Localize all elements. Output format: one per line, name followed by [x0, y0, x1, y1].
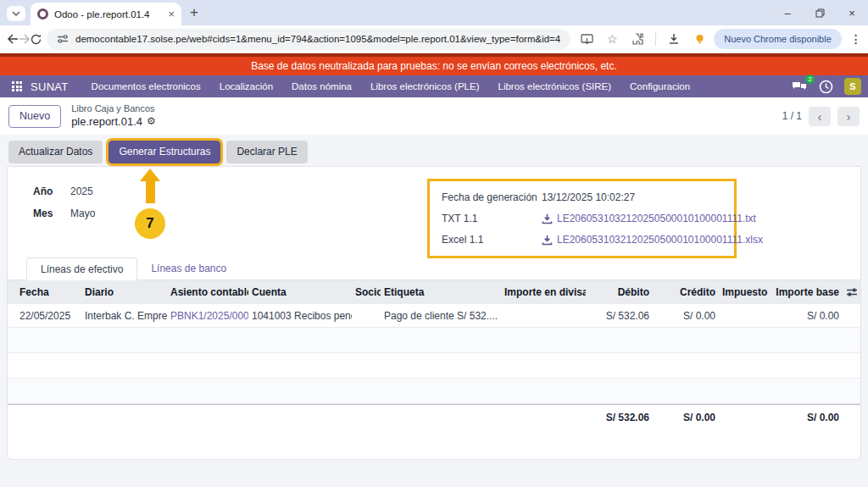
annotation-arrow-icon: [140, 169, 160, 181]
menu-libros-sire[interactable]: Libros electrónicos (SIRE): [490, 75, 619, 97]
table-row[interactable]: 22/05/2025 Interbak C. Empresa PBNK1/202…: [8, 304, 860, 328]
tab-lineas-de-efectivo[interactable]: Líneas de efectivo: [26, 257, 137, 280]
browser-tab[interactable]: Odoo - ple.report.01.4 ×: [31, 3, 181, 25]
cell-credito[interactable]: S/ 0.00: [653, 310, 719, 322]
header-diario[interactable]: Diario: [81, 286, 167, 298]
chevron-left-icon: ‹: [818, 109, 822, 124]
menu-libros-ple[interactable]: Libros electrónicos (PLE): [363, 75, 487, 97]
reload-button[interactable]: [31, 28, 42, 50]
excel-download-link[interactable]: LE2060531032120250500010100001111.xlsx: [542, 234, 763, 246]
txt-file-field: TXT 1.1 LE206053103212025050001010000111…: [442, 213, 722, 224]
back-button[interactable]: [7, 28, 19, 50]
total-credito: S/ 0.00: [653, 412, 719, 423]
toolbar-right-icons: ☆ Nuevo Chrome disponible ⋮: [576, 28, 867, 50]
cell-cuenta[interactable]: 1041003 Recibos pendi…: [248, 310, 352, 322]
generation-panel: Fecha de generación 13/12/2025 10:02:27 …: [427, 179, 737, 258]
declarar-ple-button[interactable]: Declarar PLE: [226, 141, 307, 163]
minimize-button[interactable]: –: [771, 0, 804, 25]
tab-lineas-de-banco[interactable]: Líneas de banco: [137, 257, 240, 279]
header-fecha[interactable]: Fecha: [8, 286, 81, 298]
messages-button[interactable]: 2: [792, 78, 810, 95]
browser-toolbar: democontable17.solse.pe/web#cids=1&menu_…: [0, 25, 868, 53]
cell-importe-base[interactable]: S/ 0.00: [772, 310, 843, 322]
chevron-down-icon: [12, 11, 20, 16]
puzzle-icon: [632, 33, 643, 45]
tab-title: Odoo - ple.report.01.4: [54, 9, 162, 19]
odoo-navbar: SUNAT Documentos electronicos Localizaci…: [0, 75, 868, 97]
url-text: democontable17.solse.pe/web#cids=1&menu_…: [75, 34, 560, 44]
browser-menu-icon[interactable]: ⋮: [845, 32, 867, 46]
restore-icon: [815, 8, 825, 18]
menu-configuracion[interactable]: Configuracion: [622, 75, 698, 97]
user-avatar[interactable]: S: [844, 78, 861, 95]
generar-estructuras-button[interactable]: Generar Estructuras: [108, 141, 220, 163]
txt-download-link[interactable]: LE2060531032120250500010100001111.txt: [542, 213, 756, 224]
annotation-callout-7: 7: [133, 169, 167, 239]
header-importe-base[interactable]: Importe base: [772, 286, 843, 298]
odoo-favicon-icon: [37, 8, 48, 19]
cell-fecha[interactable]: 22/05/2025: [8, 310, 81, 322]
tab-search-button[interactable]: [7, 6, 25, 21]
month-label: Mes: [33, 208, 64, 219]
cell-etiqueta[interactable]: Pago de cliente S/ 532....: [381, 310, 501, 322]
cell-diario[interactable]: Interbak C. Empresa: [81, 310, 167, 322]
banner-text: Base de datos neutralizada para pruebas:…: [251, 60, 617, 72]
header-socio[interactable]: Socio: [352, 286, 381, 298]
save-to-device-button[interactable]: [576, 28, 598, 50]
pager-previous-button[interactable]: ‹: [809, 107, 831, 126]
header-importe-en-divisa[interactable]: Importe en divisa: [501, 286, 586, 298]
file-download-icon: [542, 213, 553, 224]
table-totals-row: S/ 532.06 S/ 0.00 S/ 0.00: [8, 404, 860, 429]
reload-icon: [31, 34, 42, 45]
apps-menu-button[interactable]: [7, 77, 27, 96]
downloads-button[interactable]: [663, 28, 685, 50]
apps-grid-icon: [12, 81, 22, 91]
empty-row: [8, 328, 860, 353]
pager-count: 1 / 1: [782, 110, 802, 122]
header-cuenta[interactable]: Cuenta: [248, 286, 352, 298]
gear-icon[interactable]: ⚙: [147, 115, 156, 128]
cell-asiento-contable[interactable]: PBNK1/2025/00016: [167, 310, 248, 322]
bookmark-star-button[interactable]: ☆: [601, 28, 623, 50]
record-name: ple.report.01.4: [71, 115, 142, 129]
new-record-button[interactable]: Nuevo: [8, 105, 61, 128]
activities-button[interactable]: [819, 78, 836, 95]
pager-next-button[interactable]: ›: [837, 107, 860, 126]
toolbar-divider: [655, 32, 656, 46]
forward-button[interactable]: [19, 28, 31, 50]
alert-dot-button[interactable]: [688, 28, 710, 50]
record-pager: 1 / 1 ‹ ›: [782, 107, 860, 126]
download-icon: [668, 33, 680, 45]
column-options-button[interactable]: [846, 287, 858, 297]
header-asiento-contable[interactable]: Asiento contable: [167, 286, 248, 298]
amber-alert-icon: [694, 34, 705, 45]
new-tab-button[interactable]: +: [190, 5, 198, 19]
header-debito[interactable]: Débito: [586, 286, 653, 298]
year-value[interactable]: 2025: [70, 185, 93, 197]
actualizar-datos-button[interactable]: Actualizar Datos: [8, 141, 103, 163]
navbar-right: 2 S: [792, 78, 861, 95]
form-sheet: Año 2025 Mes Mayo 7 Fecha de generación …: [7, 166, 861, 460]
chat-bubbles-icon: [792, 80, 807, 93]
url-bar[interactable]: democontable17.solse.pe/web#cids=1&menu_…: [47, 29, 570, 50]
breadcrumb-parent[interactable]: Libro Caja y Bancos: [71, 103, 156, 115]
menu-documentos-electronicos[interactable]: Documentos electronicos: [84, 75, 209, 97]
tab-close-icon[interactable]: ×: [168, 8, 175, 19]
extensions-button[interactable]: [626, 28, 648, 50]
chrome-update-pill[interactable]: Nuevo Chrome disponible: [714, 29, 842, 49]
header-credito[interactable]: Crédito: [653, 286, 719, 298]
header-impuesto[interactable]: Impuesto: [719, 286, 772, 298]
menu-localizacion[interactable]: Localización: [212, 75, 281, 97]
sliders-icon: [846, 287, 858, 297]
forward-icon: [19, 34, 31, 44]
database-neutralized-banner: Base de datos neutralizada para pruebas:…: [0, 53, 868, 75]
month-value[interactable]: Mayo: [70, 208, 95, 219]
menu-datos-nomina[interactable]: Datos nómina: [284, 75, 359, 97]
restore-button[interactable]: [804, 0, 836, 25]
cell-debito[interactable]: S/ 532.06: [586, 310, 653, 322]
app-brand[interactable]: SUNAT: [31, 80, 69, 93]
notebook-tabs: Líneas de efectivo Líneas de banco: [8, 257, 860, 280]
close-window-button[interactable]: ×: [836, 0, 868, 25]
header-etiqueta[interactable]: Etiqueta: [381, 286, 501, 298]
excel-file-name: LE2060531032120250500010100001111.xlsx: [557, 234, 763, 246]
